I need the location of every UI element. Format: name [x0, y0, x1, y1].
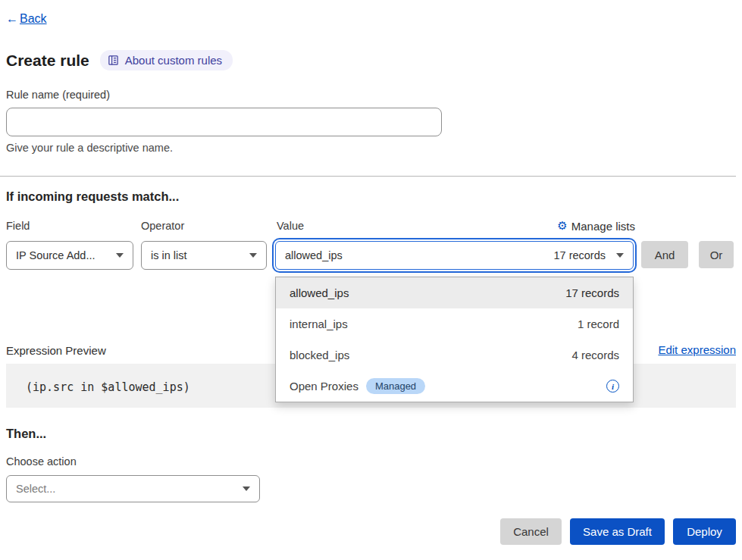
rule-name-input[interactable] — [6, 108, 442, 136]
rule-name-label: Rule name (required) — [6, 89, 110, 101]
list-dropdown-panel: allowed_ips 17 records internal_ips 1 re… — [275, 277, 634, 402]
manage-lists-link[interactable]: ⚙ Manage lists — [557, 219, 635, 233]
save-as-draft-button[interactable]: Save as Draft — [570, 518, 665, 545]
match-section-heading: If incoming requests match... — [6, 189, 179, 204]
cancel-button[interactable]: Cancel — [500, 518, 562, 545]
list-item-records: 4 records — [571, 349, 619, 361]
value-select-value: allowed_ips — [285, 249, 343, 261]
info-icon[interactable]: i — [606, 380, 619, 393]
chevron-down-icon — [116, 253, 124, 258]
list-item-internal-ips[interactable]: internal_ips 1 record — [276, 308, 633, 339]
value-select-records: 17 records — [553, 249, 606, 261]
field-select-value: IP Source Add... — [16, 249, 95, 261]
chevron-down-icon — [616, 253, 624, 258]
managed-badge: Managed — [366, 378, 425, 394]
list-item-records: 17 records — [565, 286, 619, 299]
rule-name-help-text: Give your rule a descriptive name. — [6, 142, 173, 154]
back-link[interactable]: ←Back — [6, 12, 47, 26]
list-item-name: blocked_ips — [290, 349, 349, 361]
about-custom-rules-link[interactable]: About custom rules — [100, 50, 233, 70]
back-link-label: Back — [20, 12, 47, 25]
list-item-open-proxies[interactable]: Open Proxies Managed i — [276, 371, 633, 402]
page-title: Create rule — [6, 52, 89, 70]
operator-column-label: Operator — [141, 220, 184, 232]
field-column-label: Field — [6, 220, 30, 232]
action-select[interactable]: Select... — [6, 475, 260, 502]
and-button[interactable]: And — [641, 241, 688, 268]
back-arrow-icon: ← — [6, 12, 18, 26]
expression-preview-label: Expression Preview — [6, 344, 106, 357]
list-item-name: internal_ips — [290, 318, 348, 330]
field-select[interactable]: IP Source Add... — [6, 241, 133, 270]
create-rule-page: ←Back Create rule About custom rules Rul… — [0, 0, 742, 560]
list-item-name: allowed_ips — [290, 286, 349, 299]
operator-select-value: is in list — [151, 249, 187, 261]
list-item-allowed-ips[interactable]: allowed_ips 17 records — [276, 277, 633, 308]
expression-code: (ip.src in $allowed_ips) — [26, 380, 190, 394]
deploy-button[interactable]: Deploy — [673, 518, 736, 545]
section-divider — [0, 176, 736, 177]
book-icon — [108, 55, 119, 66]
manage-lists-label: Manage lists — [571, 220, 635, 233]
chevron-down-icon — [243, 486, 250, 491]
value-column-label: Value — [277, 220, 304, 232]
edit-expression-link[interactable]: Edit expression — [658, 343, 736, 356]
then-section-heading: Then... — [6, 427, 46, 441]
operator-select[interactable]: is in list — [141, 241, 267, 270]
value-select[interactable]: allowed_ips 17 records — [275, 241, 634, 270]
title-row: Create rule About custom rules — [6, 50, 233, 70]
choose-action-label: Choose action — [6, 455, 77, 468]
chevron-down-icon — [249, 253, 257, 258]
list-item-records: 1 record — [578, 318, 619, 330]
list-item-name: Open Proxies — [290, 380, 358, 393]
action-select-placeholder: Select... — [16, 483, 55, 495]
gear-icon: ⚙ — [557, 219, 567, 233]
list-item-blocked-ips[interactable]: blocked_ips 4 records — [276, 339, 633, 371]
or-button[interactable]: Or — [699, 241, 734, 268]
about-custom-rules-label: About custom rules — [125, 54, 222, 67]
